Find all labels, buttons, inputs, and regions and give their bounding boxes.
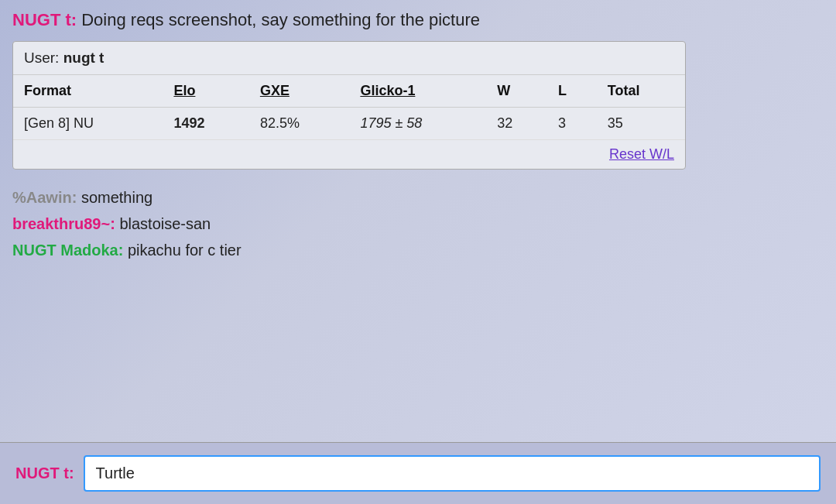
cell-total: 35 [597,107,685,139]
cell-format: [Gen 8] NU [13,107,163,139]
input-label: NUGT t: [15,465,74,482]
chat-line-2: NUGT Madoka: pikachu for c tier [12,239,824,261]
col-glicko: Glicko-1 [349,75,486,108]
col-total: Total [597,75,685,108]
chat-input[interactable] [84,455,821,492]
chat-message-1: blastoise-san [115,215,211,232]
chat-area: %Aawin: something breakthru89~: blastois… [12,183,824,264]
col-l: L [547,75,597,108]
chat-message-2: pikachu for c tier [123,242,241,259]
cell-l: 3 [547,107,597,139]
top-message-text: Doing reqs screenshot, say something for… [77,10,480,29]
cell-glicko: 1795 ± 58 [349,107,486,139]
chat-message-0: something [77,189,152,206]
col-w: W [486,75,547,108]
reset-wl-link[interactable]: Reset W/L [609,146,674,162]
chat-username-0: %Aawin: [12,189,77,206]
reset-row: Reset W/L [13,139,685,169]
stats-card-header: User: nugt t [13,42,685,75]
stats-table: Format Elo GXE Glicko-1 W L Total [Gen 8… [13,75,685,169]
cell-gxe: 82.5% [249,107,350,139]
col-gxe: GXE [249,75,350,108]
chat-line-1: breakthru89~: blastoise-san [12,213,824,235]
top-message: NUGT t: Doing reqs screenshot, say somet… [12,9,824,32]
col-elo: Elo [163,75,248,108]
chat-username-2: NUGT Madoka: [12,242,123,259]
top-username: NUGT t: [12,10,77,29]
main-container: NUGT t: Doing reqs screenshot, say somet… [0,0,836,286]
input-area: NUGT t: [0,442,836,504]
chat-username-1: breakthru89~: [12,215,115,232]
cell-elo: 1492 [163,107,248,139]
cell-w: 32 [486,107,547,139]
chat-line-0: %Aawin: something [12,187,824,208]
table-header-row: Format Elo GXE Glicko-1 W L Total [13,75,685,108]
reset-cell: Reset W/L [13,139,685,169]
table-row: [Gen 8] NU 1492 82.5% 1795 ± 58 32 3 35 [13,107,685,139]
col-format: Format [13,75,163,108]
user-value: nugt t [63,50,104,66]
user-label: User: [24,50,59,66]
stats-card: User: nugt t Format Elo GXE Glicko-1 W L… [12,41,686,170]
